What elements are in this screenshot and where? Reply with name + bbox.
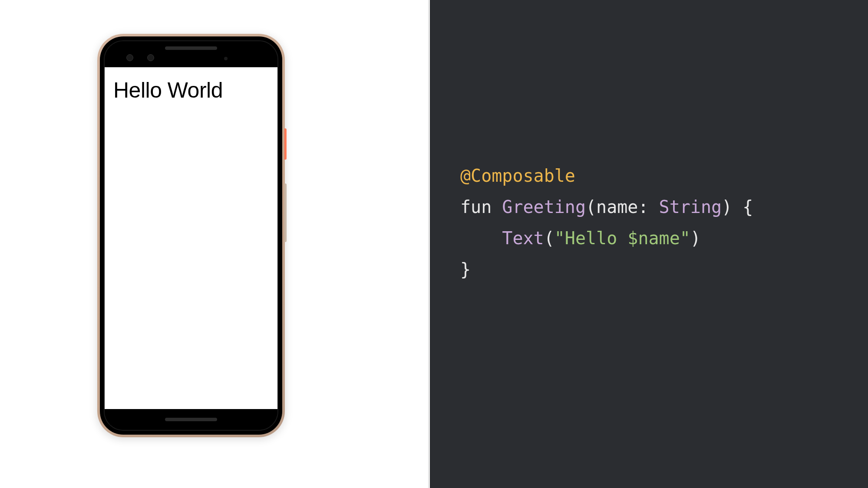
volume-button [284, 183, 287, 242]
camera-icon [126, 54, 133, 61]
paren-token: ) [690, 228, 701, 248]
top-bezel [105, 41, 277, 67]
phone-bezel: Hello World [100, 36, 282, 435]
annotation-token: @Composable [460, 166, 575, 186]
phone-screen: Hello World [105, 67, 277, 409]
string-literal-token: "Hello $name" [554, 228, 690, 248]
camera-icon [147, 54, 154, 61]
phone-body: Hello World [104, 40, 278, 431]
bottom-speaker-icon [165, 418, 217, 421]
keyword-token: fun [460, 197, 492, 217]
function-name-token: Greeting [502, 197, 586, 217]
phone-frame: Hello World [97, 34, 285, 437]
code-panel: @Composable fun Greeting(name: String) {… [430, 0, 868, 488]
bottom-bezel [105, 409, 277, 430]
paren-token: ( [544, 228, 554, 248]
code-snippet: @Composable fun Greeting(name: String) {… [460, 160, 753, 285]
power-button [284, 128, 287, 160]
greeting-text: Hello World [113, 78, 269, 103]
earpiece-speaker-icon [165, 46, 217, 50]
type-token: String [659, 197, 722, 217]
preview-panel: Hello World [0, 0, 430, 488]
paren-token: ( [586, 197, 596, 217]
brace-token: } [460, 259, 471, 279]
paren-token: ) [722, 197, 732, 217]
colon-token: : [638, 197, 648, 217]
front-cameras [126, 54, 154, 61]
phone-mockup: Hello World [97, 34, 285, 437]
text-call-token: Text [502, 228, 544, 248]
sensor-icon [224, 57, 228, 60]
brace-token: { [743, 197, 753, 217]
param-name-token: name [596, 197, 638, 217]
